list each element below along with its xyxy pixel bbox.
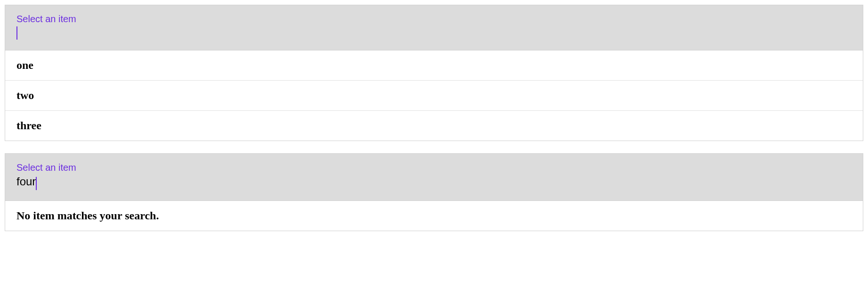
option-item-one[interactable]: one xyxy=(5,50,863,80)
options-list: one two three xyxy=(5,50,863,141)
input-area[interactable]: Select an item four xyxy=(5,154,863,200)
input-value: four xyxy=(16,175,36,188)
text-cursor xyxy=(36,177,37,190)
input-wrapper xyxy=(16,26,852,40)
option-item-two[interactable]: two xyxy=(5,80,863,110)
option-item-three[interactable]: three xyxy=(5,110,863,141)
autocomplete-select-1: Select an item one two three xyxy=(5,5,863,141)
input-label: Select an item xyxy=(16,162,852,173)
input-wrapper: four xyxy=(16,175,852,190)
input-label: Select an item xyxy=(16,14,852,25)
autocomplete-select-2: Select an item four No item matches your… xyxy=(5,153,863,231)
text-cursor xyxy=(16,26,17,40)
input-area[interactable]: Select an item xyxy=(5,5,863,50)
no-results-message: No item matches your search. xyxy=(5,200,863,231)
